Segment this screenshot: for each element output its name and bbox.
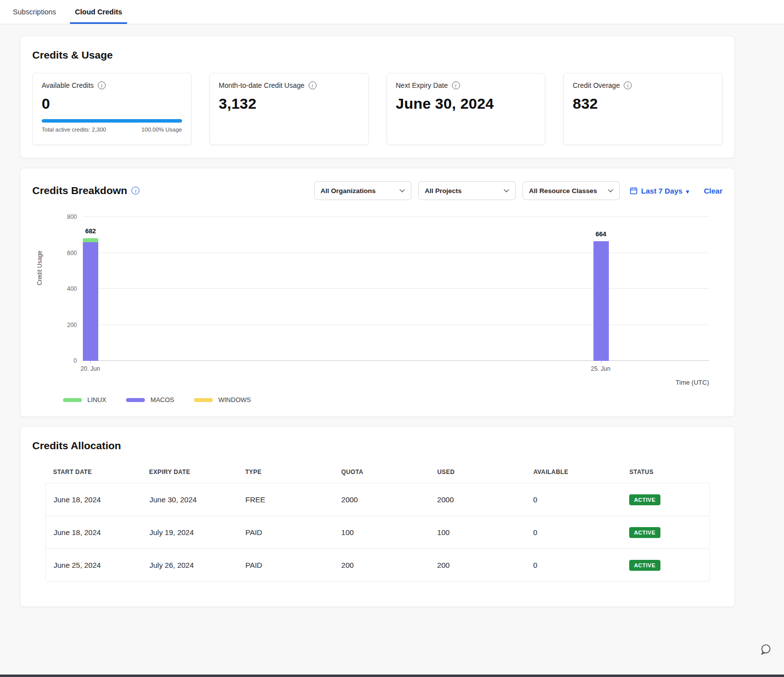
gridline: [83, 253, 709, 253]
y-tick-label: 800: [67, 213, 77, 220]
credits-usage-progress-fill: [42, 119, 182, 123]
chart-legend: LINUXMACOSWINDOWS: [63, 396, 722, 404]
help-chat-button[interactable]: [759, 643, 772, 656]
cell-used: 2000: [437, 495, 533, 504]
y-tick-label: 400: [67, 285, 77, 292]
credit-overage-value: 832: [573, 95, 713, 112]
mtd-usage-card: Month-to-date Credit Usage 3,132: [209, 73, 369, 145]
tab-cloud-credits[interactable]: Cloud Credits: [73, 0, 124, 24]
cell-type: PAID: [246, 561, 341, 569]
bar-total-label: 682: [85, 227, 96, 235]
cell-used: 100: [437, 528, 533, 537]
legend-item-windows[interactable]: WINDOWS: [194, 396, 251, 404]
credits-usage-title: Credits & Usage: [32, 49, 113, 61]
chat-bubble-icon: [759, 643, 772, 656]
organizations-select[interactable]: All Organizations: [314, 181, 411, 200]
col-available: AVAILABLE: [533, 469, 630, 475]
legend-label: MACOS: [150, 396, 174, 404]
cell-type: PAID: [246, 528, 341, 537]
cell-available: 0: [533, 561, 629, 569]
credits-breakdown-chart: Credit Usage 020040060080068220. Jun6642…: [32, 217, 722, 404]
credit-overage-info-icon[interactable]: [624, 81, 632, 89]
mtd-usage-value: 3,132: [219, 95, 359, 112]
credits-allocation-title: Credits Allocation: [32, 440, 121, 452]
chevron-down-icon: [504, 189, 509, 193]
bar-20-jun[interactable]: 682: [83, 217, 98, 361]
cell-expiry-date: June 30, 2024: [149, 495, 245, 504]
x-tick-label: 20. Jun: [80, 365, 100, 372]
legend-label: LINUX: [87, 396, 106, 404]
projects-select[interactable]: All Projects: [418, 181, 516, 200]
credit-overage-label: Credit Overage: [573, 81, 620, 89]
mtd-usage-label: Month-to-date Credit Usage: [219, 81, 305, 89]
legend-item-linux[interactable]: LINUX: [63, 396, 106, 404]
legend-item-macos[interactable]: MACOS: [126, 396, 174, 404]
resource-classes-select[interactable]: All Resource Classes: [523, 181, 620, 200]
cell-available: 0: [533, 528, 629, 537]
next-expiry-value: June 30, 2024: [396, 95, 536, 112]
available-credits-card: Available Credits 0 Total active credits…: [32, 73, 192, 145]
usage-percent-note: 100.00% Usage: [141, 127, 182, 133]
chevron-down-icon: [399, 189, 405, 193]
cell-start-date: June 18, 2024: [54, 495, 149, 504]
breakdown-filters: All Organizations All Projects All Resou…: [314, 181, 722, 200]
gridline: [83, 288, 709, 289]
cell-start-date: June 18, 2024: [54, 528, 149, 537]
available-credits-label: Available Credits: [42, 81, 94, 89]
resource-classes-select-value: All Resource Classes: [529, 187, 597, 195]
credits-allocation-table: START DATE EXPIRY DATE TYPE QUOTA USED A…: [45, 469, 710, 582]
x-tick-label: 25. Jun: [591, 365, 610, 372]
cell-expiry-date: July 26, 2024: [149, 561, 245, 569]
main-content: Credits & Usage Available Credits 0 Tota…: [20, 36, 735, 607]
table-row: June 18, 2024 June 30, 2024 FREE 2000 20…: [45, 483, 710, 516]
gridline: [83, 216, 709, 217]
legend-swatch: [194, 398, 213, 402]
cell-used: 200: [437, 561, 533, 569]
credits-usage-section: Credits & Usage Available Credits 0 Tota…: [20, 36, 735, 158]
legend-label: WINDOWS: [218, 396, 251, 404]
col-start-date: START DATE: [53, 469, 149, 475]
y-axis-title: Credit Usage: [36, 231, 43, 305]
caret-down-icon: [686, 187, 689, 195]
cell-expiry-date: July 19, 2024: [149, 528, 245, 537]
date-range-picker[interactable]: Last 7 Days: [630, 187, 689, 195]
cell-type: FREE: [246, 495, 341, 504]
mtd-usage-info-icon[interactable]: [309, 81, 317, 89]
clear-filters-link[interactable]: Clear: [704, 187, 722, 195]
total-active-credits-note: Total active credits: 2,300: [42, 127, 106, 133]
credits-allocation-section: Credits Allocation START DATE EXPIRY DAT…: [20, 426, 735, 607]
date-range-value: Last 7 Days: [641, 187, 682, 195]
credits-breakdown-section: Credits Breakdown All Organizations All …: [20, 168, 735, 417]
available-credits-info-icon[interactable]: [98, 81, 106, 89]
y-tick-label: 0: [73, 357, 77, 364]
bar-25-jun[interactable]: 664: [593, 217, 609, 361]
col-quota: QUOTA: [341, 469, 438, 475]
cell-quota: 100: [341, 528, 437, 537]
cell-quota: 2000: [341, 495, 437, 504]
credits-usage-progress-bar: [42, 119, 182, 123]
next-expiry-info-icon[interactable]: [452, 81, 460, 89]
y-tick-label: 600: [67, 250, 77, 257]
col-type: TYPE: [245, 469, 341, 475]
tab-subscriptions[interactable]: Subscriptions: [11, 0, 58, 24]
gridline: [83, 360, 709, 361]
x-tick-mark: [90, 361, 91, 363]
gridline: [83, 325, 709, 325]
bar-total-label: 664: [595, 230, 606, 238]
top-tab-bar: Subscriptions Cloud Credits: [0, 0, 784, 24]
status-badge: ACTIVE: [629, 527, 660, 538]
projects-select-value: All Projects: [425, 187, 461, 195]
table-header-row: START DATE EXPIRY DATE TYPE QUOTA USED A…: [45, 469, 710, 475]
col-status: STATUS: [629, 469, 702, 475]
bar-segment-macos: [593, 241, 609, 361]
credits-breakdown-info-icon[interactable]: [131, 187, 139, 195]
bar-segment-linux: [83, 238, 98, 242]
calendar-icon: [630, 187, 638, 195]
bar-segment-macos: [83, 242, 98, 361]
legend-swatch: [126, 398, 145, 402]
status-badge: ACTIVE: [629, 494, 660, 505]
chart-plot-area: 020040060080068220. Jun66425. Jun: [83, 217, 709, 361]
chevron-down-icon: [608, 189, 613, 193]
credits-breakdown-title: Credits Breakdown: [32, 185, 127, 197]
bottom-scrollbar[interactable]: [0, 675, 784, 677]
